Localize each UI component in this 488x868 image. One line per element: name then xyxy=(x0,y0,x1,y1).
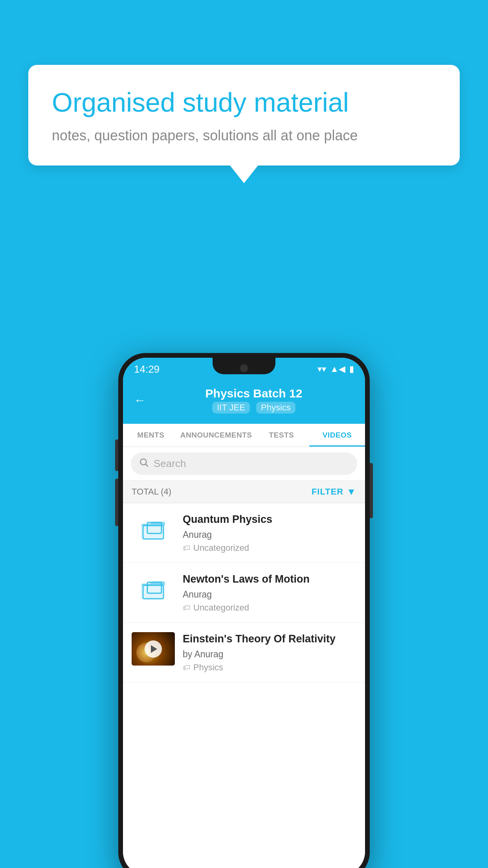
video-author: Anurag xyxy=(183,589,356,600)
svg-rect-2 xyxy=(141,524,162,539)
svg-line-1 xyxy=(146,464,148,467)
search-placeholder: Search xyxy=(154,458,186,470)
video-title: Newton's Laws of Motion xyxy=(183,572,356,586)
play-button[interactable] xyxy=(145,640,162,658)
video-list: Quantum Physics Anurag 🏷 Uncategorized xyxy=(123,503,365,868)
back-button[interactable]: ← xyxy=(134,394,146,407)
phone-screen: 14:29 ▾▾ ▲◀ ▮ ← Physics Batch 12 IIT JEE… xyxy=(123,358,365,868)
phone-camera xyxy=(240,364,248,373)
filter-label: FILTER xyxy=(312,487,343,497)
video-info: Einstein's Theory Of Relativity by Anura… xyxy=(183,632,356,673)
filter-funnel-icon: ▼ xyxy=(347,486,356,497)
battery-icon: ▮ xyxy=(349,364,354,374)
video-title: Einstein's Theory Of Relativity xyxy=(183,632,356,646)
folder-icon-container xyxy=(132,572,175,606)
video-thumbnail xyxy=(132,632,175,666)
tag-icon: 🏷 xyxy=(183,603,191,612)
tag-icon: 🏷 xyxy=(183,544,191,553)
tabs-bar: MENTS ANNOUNCEMENTS TESTS VIDEOS xyxy=(123,424,365,447)
search-bar: Search xyxy=(123,447,365,481)
play-triangle-icon xyxy=(151,645,157,653)
video-author: Anurag xyxy=(183,530,356,540)
signal-icon: ▲◀ xyxy=(330,364,345,374)
phone-button-volume-down xyxy=(115,479,118,526)
svg-rect-5 xyxy=(141,584,162,599)
list-item[interactable]: Einstein's Theory Of Relativity by Anura… xyxy=(123,623,365,682)
list-item[interactable]: Newton's Laws of Motion Anurag 🏷 Uncateg… xyxy=(123,563,365,623)
search-icon xyxy=(139,457,149,470)
list-item[interactable]: Quantum Physics Anurag 🏷 Uncategorized xyxy=(123,503,365,563)
filter-button[interactable]: FILTER ▼ xyxy=(312,486,356,497)
svg-point-0 xyxy=(140,459,146,465)
video-author: by Anurag xyxy=(183,649,356,660)
folder-icon-container xyxy=(132,513,175,546)
video-title: Quantum Physics xyxy=(183,513,356,526)
tab-announcements[interactable]: ANNOUNCEMENTS xyxy=(179,424,254,447)
app-header: ← Physics Batch 12 IIT JEE Physics xyxy=(123,381,365,424)
video-tag: 🏷 Uncategorized xyxy=(183,603,356,613)
search-input-wrap[interactable]: Search xyxy=(131,452,357,475)
header-tag-iitjee: IIT JEE xyxy=(212,402,250,414)
thumbnail-bg xyxy=(132,632,175,666)
phone-frame: 14:29 ▾▾ ▲◀ ▮ ← Physics Batch 12 IIT JEE… xyxy=(118,353,370,868)
video-tag: 🏷 Uncategorized xyxy=(183,543,356,553)
bubble-title: Organised study material xyxy=(52,86,436,119)
phone-button-power xyxy=(370,463,373,518)
video-tag: 🏷 Physics xyxy=(183,662,356,673)
speech-bubble-card: Organised study material notes, question… xyxy=(28,65,460,166)
header-tag-physics: Physics xyxy=(256,402,295,414)
tag-icon: 🏷 xyxy=(183,663,191,672)
phone-button-volume-up xyxy=(115,440,118,471)
status-icons: ▾▾ ▲◀ ▮ xyxy=(317,364,354,374)
tab-videos[interactable]: VIDEOS xyxy=(309,424,365,447)
video-info: Newton's Laws of Motion Anurag 🏷 Uncateg… xyxy=(183,572,356,613)
tab-documents[interactable]: MENTS xyxy=(123,424,179,447)
tag-label: Uncategorized xyxy=(193,603,249,613)
wifi-icon: ▾▾ xyxy=(317,364,326,374)
header-title-group: Physics Batch 12 IIT JEE Physics xyxy=(154,387,354,414)
filter-bar: TOTAL (4) FILTER ▼ xyxy=(123,481,365,503)
video-info: Quantum Physics Anurag 🏷 Uncategorized xyxy=(183,513,356,553)
tag-label: Physics xyxy=(193,662,223,673)
phone-notch xyxy=(213,358,275,374)
header-subtitle: IIT JEE Physics xyxy=(154,402,354,414)
header-title: Physics Batch 12 xyxy=(154,387,354,400)
header-top: ← Physics Batch 12 IIT JEE Physics xyxy=(134,387,354,414)
total-count: TOTAL (4) xyxy=(132,487,171,497)
bubble-subtitle: notes, question papers, solutions all at… xyxy=(52,127,436,144)
status-time: 14:29 xyxy=(134,363,160,375)
tag-label: Uncategorized xyxy=(193,543,249,553)
tab-tests[interactable]: TESTS xyxy=(254,424,310,447)
